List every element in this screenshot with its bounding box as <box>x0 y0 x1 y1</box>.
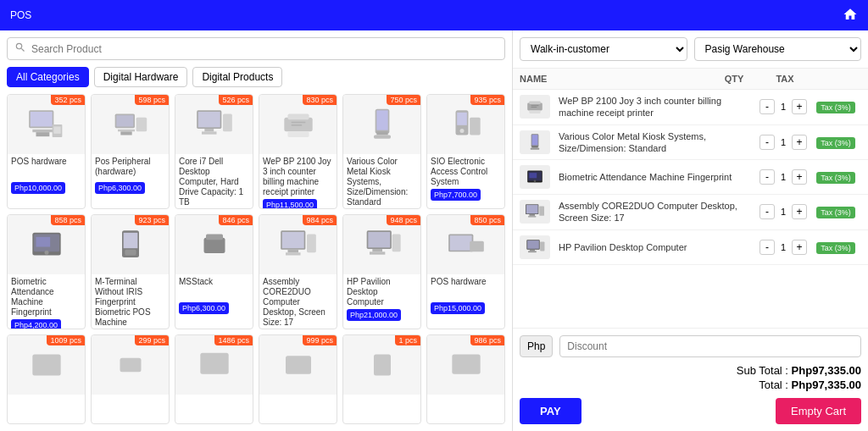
svg-rect-17 <box>287 114 309 120</box>
action-buttons: PAY Empty Cart <box>520 398 861 424</box>
product-card[interactable]: 923 pcs M-Terminal Without IRIS Fingerpr… <box>91 214 170 329</box>
qty-decrease-button[interactable]: - <box>760 204 775 219</box>
product-info: POS hardware Php15,000.00 <box>427 274 504 317</box>
col-tax: TAX <box>760 74 810 84</box>
svg-rect-3 <box>36 132 49 136</box>
qty-increase-button[interactable]: + <box>792 99 807 114</box>
tab-digital-hardware[interactable]: Digital Hardware <box>94 67 188 87</box>
svg-point-31 <box>44 251 48 255</box>
svg-rect-12 <box>198 112 220 127</box>
product-card[interactable]: 750 pcs Various Color Metal Kiosk System… <box>342 94 421 209</box>
product-card[interactable]: 846 pcs MSStack Php6,300.00 <box>175 214 253 329</box>
product-name: MSStack <box>179 277 249 301</box>
cart-item-qty: - 1 + <box>760 135 810 150</box>
tab-digital-products[interactable]: Digital Products <box>192 67 282 87</box>
cart-item-name: HP Pavilion Desktop Computer <box>554 241 760 253</box>
product-card[interactable]: 1 pcs <box>342 334 421 424</box>
svg-rect-8 <box>118 130 135 132</box>
search-input[interactable] <box>31 43 498 55</box>
product-card[interactable]: 984 pcs Assembly CORE2DUO Computer Deskt… <box>259 214 337 329</box>
qty-value: 1 <box>778 207 788 217</box>
warehouse-select[interactable]: Pasig Warehouse Main Warehouse <box>694 37 862 61</box>
svg-rect-9 <box>120 131 131 135</box>
qty-decrease-button[interactable]: - <box>760 169 775 185</box>
qty-increase-button[interactable]: + <box>792 204 807 219</box>
cart-item: Biometric Attendance Machine Fingerprint… <box>513 160 868 195</box>
cart-item: HP Pavilion Desktop Computer - 1 + Tax (… <box>513 230 868 265</box>
qty-decrease-button[interactable]: - <box>760 240 775 255</box>
product-price: Php10,000.00 <box>11 182 65 194</box>
pay-button[interactable]: PAY <box>520 398 581 424</box>
cart-item-image <box>520 130 550 154</box>
svg-rect-13 <box>204 129 214 131</box>
product-price: Php15,000.00 <box>431 302 485 314</box>
svg-rect-34 <box>123 233 137 248</box>
cart-item-image <box>520 235 550 259</box>
top-bar: POS <box>0 0 868 30</box>
qty-decrease-button[interactable]: - <box>760 135 775 150</box>
product-info <box>175 395 253 423</box>
product-info: M-Terminal Without IRIS Fingerprint Biom… <box>92 274 169 329</box>
qty-increase-button[interactable]: + <box>792 135 807 150</box>
svg-rect-7 <box>116 115 133 126</box>
product-info: WeP BP 2100 Joy 3 inch counter billing m… <box>259 154 337 209</box>
empty-cart-button[interactable]: Empty Cart <box>776 398 861 424</box>
svg-rect-35 <box>125 250 136 256</box>
product-card[interactable]: 598 pcs Pos Peripheral (hardware) Php6,3… <box>91 94 170 209</box>
customer-select[interactable]: Walk-in-customer Regular Customer <box>520 37 687 61</box>
product-info <box>8 395 85 423</box>
cart-item-image <box>520 200 550 224</box>
qty-decrease-button[interactable]: - <box>760 99 775 114</box>
svg-rect-53 <box>200 353 228 374</box>
qty-value: 1 <box>778 102 788 112</box>
svg-rect-76 <box>527 240 539 249</box>
product-card[interactable]: 935 pcs SIO Electronic Access Control Sy… <box>426 94 505 209</box>
cart-item-qty: - 1 + <box>760 99 810 114</box>
tax-badge: Tax (3%) <box>816 242 855 254</box>
search-bar[interactable] <box>7 37 505 60</box>
subtotal-row: Sub Total : Php97,335.00 <box>520 364 861 377</box>
cart-item-tax: Tax (3%) <box>810 172 861 182</box>
product-card[interactable]: 1009 pcs <box>7 334 86 424</box>
svg-rect-44 <box>368 232 390 247</box>
cart-item-name: Various Color Metal Kiosk Systems, Size/… <box>554 130 760 155</box>
discount-input[interactable] <box>559 335 861 357</box>
svg-point-27 <box>459 129 464 133</box>
svg-rect-79 <box>540 241 544 251</box>
svg-rect-51 <box>32 355 60 376</box>
home-icon[interactable] <box>843 7 858 25</box>
product-name: M-Terminal Without IRIS Fingerprint Biom… <box>95 277 165 328</box>
tab-all-categories[interactable]: All Categories <box>7 67 89 87</box>
qty-value: 1 <box>778 137 788 147</box>
cart-item-image <box>520 95 550 119</box>
php-label: Php <box>520 335 553 357</box>
svg-rect-63 <box>531 135 537 145</box>
svg-rect-60 <box>531 106 539 107</box>
qty-increase-button[interactable]: + <box>792 169 807 185</box>
product-name: POS hardware <box>431 277 501 301</box>
cart-item-tax: Tax (3%) <box>810 102 861 112</box>
discount-row: Php <box>520 335 861 357</box>
qty-increase-button[interactable]: + <box>792 240 807 255</box>
product-card[interactable]: 858 pcs Biometric Attendance Machine Fin… <box>7 214 86 329</box>
left-panel: All Categories Digital Hardware Digital … <box>0 30 512 431</box>
product-card[interactable]: 986 pcs <box>426 334 505 424</box>
product-info: SIO Electronic Access Control System Php… <box>427 154 504 203</box>
product-card[interactable]: 850 pcs POS hardware Php15,000.00 <box>426 214 505 329</box>
svg-rect-71 <box>526 206 538 214</box>
product-card[interactable]: 299 pcs <box>91 334 170 424</box>
svg-point-68 <box>534 180 537 183</box>
product-name: Pos Peripheral (hardware) <box>95 157 165 180</box>
product-card[interactable]: 526 pcs Core i7 Dell Desktop Computer, H… <box>175 94 253 209</box>
product-name: Various Color Metal Kiosk Systems, Size/… <box>347 157 417 207</box>
svg-rect-36 <box>203 238 225 253</box>
svg-rect-40 <box>287 250 298 252</box>
product-card[interactable]: 948 pcs HP Pavilion Desktop Computer Php… <box>342 214 421 329</box>
product-card[interactable]: 999 pcs <box>259 334 337 424</box>
product-card[interactable]: 352 pcs POS hardware Php10,000.00 <box>7 94 86 209</box>
product-card[interactable]: 1486 pcs <box>175 334 253 424</box>
cart-item: Assembly CORE2DUO Computer Desktop, Scre… <box>513 195 868 230</box>
svg-rect-32 <box>36 237 50 247</box>
svg-rect-56 <box>452 355 480 374</box>
product-card[interactable]: 830 pcs WeP BP 2100 Joy 3 inch counter b… <box>259 94 337 209</box>
